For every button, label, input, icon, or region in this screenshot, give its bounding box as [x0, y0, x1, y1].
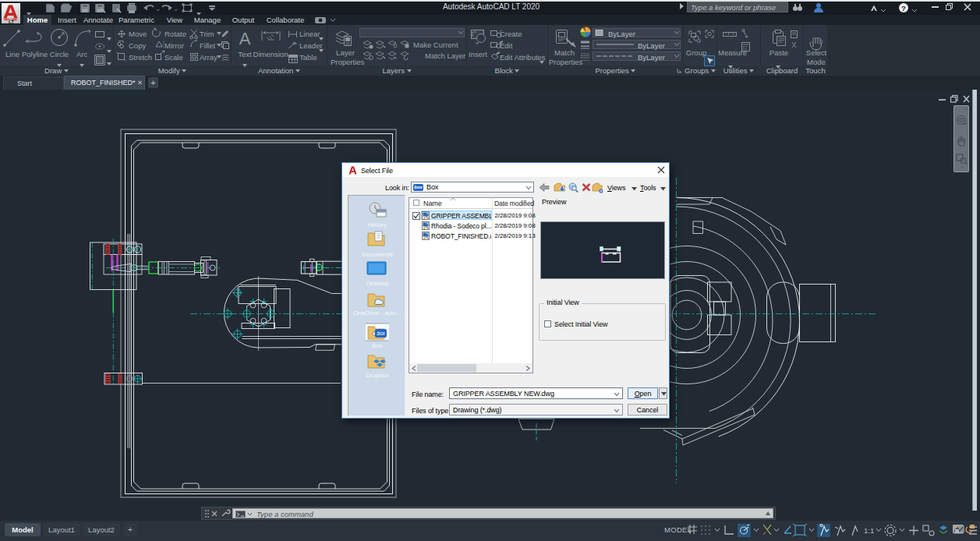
- svg-text:box: box: [377, 331, 385, 336]
- svg-text:LT: LT: [9, 19, 14, 24]
- svg-text:?: ?: [901, 4, 906, 12]
- svg-text:1:1: 1:1: [864, 526, 874, 535]
- svg-text:A: A: [239, 29, 251, 48]
